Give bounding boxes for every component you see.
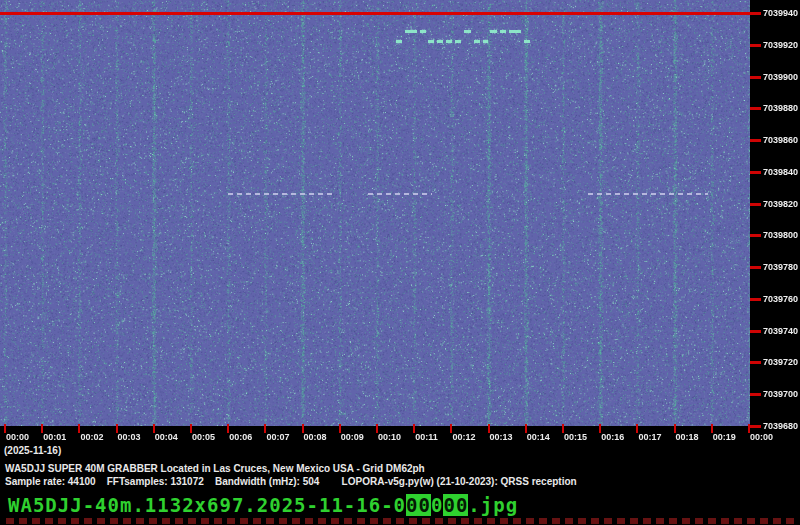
freq-tick <box>750 44 761 47</box>
freq-tick-label: 7039940 <box>763 8 800 18</box>
freq-tick <box>750 12 761 15</box>
freq-tick <box>750 203 761 206</box>
filename-digit: 0 <box>406 494 418 516</box>
time-tick-label: 00:16 <box>601 432 624 442</box>
freq-tick-label: 7039740 <box>763 326 800 336</box>
time-tick-label: 00:00 <box>6 432 29 442</box>
grabber-screenshot: 7039940703992070399007039880703986070398… <box>0 0 800 525</box>
time-tick-label: 00:05 <box>192 432 215 442</box>
freq-tick-label: 7039700 <box>763 389 800 399</box>
freq-tick-label: 7039900 <box>763 72 800 82</box>
freq-tick-label: 7039680 <box>763 421 800 431</box>
spectrogram-canvas <box>0 0 750 426</box>
time-tick-label: 00:02 <box>80 432 103 442</box>
filename-digit: 0 <box>443 494 455 516</box>
freq-tick <box>750 393 761 396</box>
time-tick-label: 00:08 <box>304 432 327 442</box>
time-tick-label: 00:14 <box>527 432 550 442</box>
filename-text: WA5DJJ-40m.1132x697.2025-11-16-000000.jp… <box>8 494 518 516</box>
config-info-line: Sample rate: 44100 FFTsamples: 131072 Ba… <box>5 476 577 487</box>
freq-tick <box>750 234 761 237</box>
filename-digit: 0 <box>431 494 443 516</box>
freq-tick-label: 7039760 <box>763 294 800 304</box>
freq-tick <box>750 425 761 428</box>
filename-prefix: WA5DJJ-40m.1132x697.2025-11-16- <box>8 494 394 516</box>
station-info-line: WA5DJJ SUPER 40M GRABBER Located in Las … <box>5 463 425 474</box>
freq-tick <box>750 266 761 269</box>
freq-tick-label: 7039880 <box>763 103 800 113</box>
bottom-dashed-bar <box>6 518 796 524</box>
top-frequency-marker-line <box>0 12 760 15</box>
freq-tick <box>750 107 761 110</box>
filename-suffix: .jpg <box>468 494 518 516</box>
filename-digit: 0 <box>456 494 468 516</box>
time-tick-label: 00:07 <box>266 432 289 442</box>
freq-tick <box>750 330 761 333</box>
time-tick-label: 00:15 <box>564 432 587 442</box>
freq-tick <box>750 298 761 301</box>
time-tick-label: 00:17 <box>638 432 661 442</box>
filename-digit: 0 <box>419 494 431 516</box>
time-tick-label: 00:13 <box>490 432 513 442</box>
freq-tick <box>750 76 761 79</box>
time-tick-label: 00:10 <box>378 432 401 442</box>
time-tick-label: 00:09 <box>341 432 364 442</box>
time-tick-label: 00:04 <box>155 432 178 442</box>
time-tick-label: 00:18 <box>676 432 699 442</box>
freq-tick <box>750 361 761 364</box>
filename-digits: 000000 <box>394 494 469 516</box>
time-tick-label: 00:06 <box>229 432 252 442</box>
freq-tick-label: 7039820 <box>763 199 800 209</box>
time-tick-label: 00:11 <box>415 432 438 442</box>
freq-tick-label: 7039860 <box>763 135 800 145</box>
time-tick-label: 00:01 <box>43 432 66 442</box>
time-tick-label: 00:12 <box>452 432 475 442</box>
date-label: (2025-11-16) <box>4 445 61 456</box>
time-tick-label: 00:00 <box>750 432 773 442</box>
freq-tick-label: 7039920 <box>763 40 800 50</box>
freq-tick-label: 7039780 <box>763 262 800 272</box>
freq-tick-label: 7039720 <box>763 357 800 367</box>
freq-tick-label: 7039840 <box>763 167 800 177</box>
filename-digit: 0 <box>394 494 406 516</box>
time-tick-label: 00:19 <box>713 432 736 442</box>
freq-tick <box>750 139 761 142</box>
time-tick-label: 00:03 <box>118 432 141 442</box>
freq-tick <box>750 171 761 174</box>
freq-tick-label: 7039800 <box>763 230 800 240</box>
